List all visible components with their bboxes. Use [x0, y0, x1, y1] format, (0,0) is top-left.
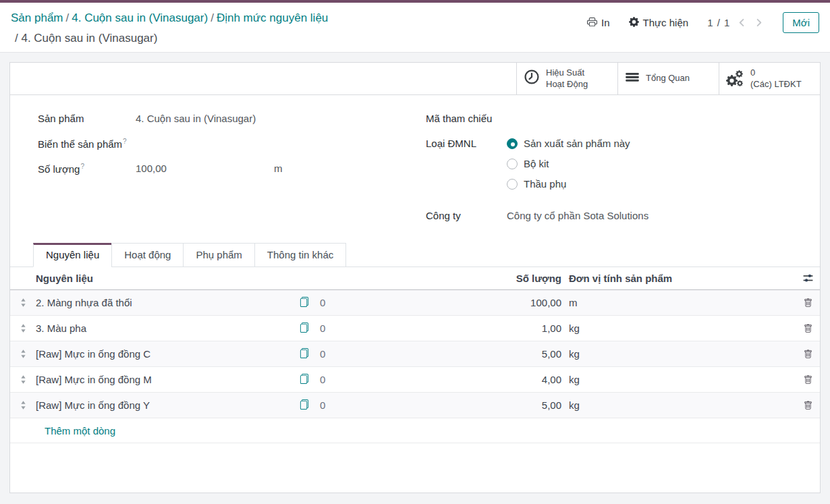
quantity-label: Số lượng?	[38, 163, 136, 175]
tab-byproducts[interactable]: Phụ phẩm	[183, 243, 254, 267]
header-component[interactable]: Nguyên liệu	[36, 273, 299, 284]
tab-components[interactable]: Nguyên liệu	[33, 243, 112, 267]
quantity-value[interactable]: 100,00	[136, 163, 274, 174]
drag-handle-icon[interactable]	[10, 400, 36, 410]
copy-pages-icon[interactable]	[299, 348, 309, 360]
table-row[interactable]: [Raw] Mực in ống đồng M 0 4,00 kg	[10, 367, 820, 393]
bom-type-option-kit[interactable]: Bộ kit	[507, 158, 630, 169]
table-row[interactable]: 2. Màng nhựa đã thổi 0 100,00 m	[10, 290, 820, 316]
form-sheet: Hiệu Suất Hoạt Động Tổng Quan 0 (Các) LT…	[9, 62, 821, 493]
overview-button[interactable]: Tổng Quan	[617, 63, 719, 94]
component-uom[interactable]: kg	[561, 399, 794, 411]
variant-label: Biến thể sản phẩm?	[38, 138, 136, 150]
tab-miscellaneous[interactable]: Thông tin khác	[254, 243, 346, 267]
copy-pages-icon[interactable]	[299, 297, 309, 309]
variant-help-marker: ?	[123, 138, 127, 145]
component-qty[interactable]: 1,00	[400, 323, 561, 334]
radio-unselected-icon[interactable]	[507, 179, 518, 190]
operation-count: 0	[320, 374, 325, 385]
component-uom[interactable]: m	[561, 297, 794, 308]
operation-performance-button[interactable]: Hiệu Suất Hoạt Động	[516, 63, 617, 94]
delete-row-icon[interactable]	[794, 324, 821, 333]
drag-handle-icon[interactable]	[10, 323, 36, 333]
delete-row-icon[interactable]	[794, 375, 821, 385]
operation-performance-label: Hiệu Suất Hoạt Động	[546, 67, 588, 90]
pager: 1 / 1	[707, 17, 764, 28]
copy-pages-icon[interactable]	[299, 323, 309, 335]
component-name[interactable]: 3. Màu pha	[36, 323, 299, 334]
delete-row-icon[interactable]	[794, 401, 821, 410]
new-button[interactable]: Mới	[783, 12, 819, 33]
operation-count: 0	[320, 348, 325, 360]
component-qty[interactable]: 100,00	[400, 297, 561, 308]
drag-handle-icon[interactable]	[10, 374, 36, 385]
header-quantity[interactable]: Số lượng	[400, 273, 561, 284]
pager-previous-icon[interactable]	[737, 18, 747, 28]
print-label: In	[601, 17, 610, 28]
printer-icon	[587, 17, 597, 29]
bom-type-option-subcontract[interactable]: Thầu phụ	[507, 178, 630, 190]
radio-unselected-icon[interactable]	[507, 159, 518, 169]
copy-pages-icon[interactable]	[299, 399, 309, 412]
clock-icon	[524, 69, 540, 88]
table-row[interactable]: [Raw] Mực in ống đồng C 0 5,00 kg	[10, 341, 820, 367]
company-label: Công ty	[426, 210, 507, 221]
table-row[interactable]: 3. Màu pha 0 1,00 kg	[10, 316, 820, 341]
components-table: Nguyên liệu Số lượng Đơn vị tính sản phẩ…	[10, 267, 820, 443]
operation-count: 0	[320, 297, 325, 308]
component-uom[interactable]: kg	[561, 348, 794, 360]
breadcrumb-link-bom[interactable]: Định mức nguyên liệu	[217, 11, 328, 24]
header-uom[interactable]: Đơn vị tính sản phẩm	[561, 273, 794, 284]
pager-next-icon[interactable]	[754, 18, 764, 28]
component-qty[interactable]: 4,00	[400, 374, 561, 385]
page-content: Hiệu Suất Hoạt Động Tổng Quan 0 (Các) LT…	[0, 53, 830, 504]
bom-type-option-manufacture[interactable]: Sản xuất sản phẩm này	[507, 138, 630, 149]
components-table-header: Nguyên liệu Số lượng Đơn vị tính sản phẩ…	[10, 267, 820, 290]
optional-columns-icon[interactable]	[794, 273, 821, 284]
product-value[interactable]: 4. Cuộn sau in (Vinasugar)	[136, 113, 256, 124]
delete-row-icon[interactable]	[794, 298, 821, 308]
quantity-help-marker: ?	[80, 163, 84, 170]
bom-type-label: Loại ĐMNL	[426, 138, 507, 149]
component-uom[interactable]: kg	[561, 374, 794, 385]
product-label: Sản phẩm	[38, 113, 136, 124]
delete-row-icon[interactable]	[794, 349, 821, 359]
add-line-row: Thêm một dòng	[10, 418, 820, 443]
breadcrumb-link-product[interactable]: 4. Cuộn sau in (Vinasugar)	[72, 11, 208, 24]
company-value[interactable]: Công ty cổ phần Sota Solutions	[507, 210, 648, 221]
drag-handle-icon[interactable]	[10, 349, 36, 359]
bars-icon	[625, 70, 640, 86]
eco-count-label: 0 (Các) LTĐKT	[750, 67, 802, 90]
component-uom[interactable]: kg	[561, 323, 794, 334]
breadcrumb-line-1: Sản phẩm/4. Cuộn sau in (Vinasugar)/Định…	[11, 8, 328, 28]
control-panel-actions: In Thực hiện 1 / 1 Mới	[587, 7, 819, 33]
gear-icon	[629, 17, 639, 29]
action-menu-button[interactable]: Thực hiện	[629, 17, 689, 29]
pager-count: 1 / 1	[707, 17, 730, 28]
component-name[interactable]: 2. Màng nhựa đã thổi	[36, 297, 299, 308]
add-line-link[interactable]: Thêm một dòng	[45, 425, 115, 437]
tab-operations[interactable]: Hoạt động	[111, 243, 184, 267]
copy-pages-icon[interactable]	[299, 374, 309, 386]
component-qty[interactable]: 5,00	[400, 348, 561, 360]
notebook-tabs: Nguyên liệu Hoạt động Phụ phẩm Thông tin…	[10, 243, 820, 267]
component-qty[interactable]: 5,00	[400, 399, 561, 411]
quantity-unit[interactable]: m	[274, 163, 283, 174]
breadcrumb-separator: /	[63, 11, 72, 24]
component-name[interactable]: [Raw] Mực in ống đồng M	[36, 374, 299, 385]
breadcrumb-link-products[interactable]: Sản phẩm	[11, 11, 63, 24]
drag-handle-icon[interactable]	[10, 298, 36, 308]
print-button[interactable]: In	[587, 17, 610, 29]
control-panel: Sản phẩm/4. Cuộn sau in (Vinasugar)/Định…	[0, 3, 830, 53]
breadcrumb: Sản phẩm/4. Cuộn sau in (Vinasugar)/Định…	[11, 7, 328, 49]
reference-label: Mã tham chiếu	[426, 113, 507, 124]
component-name[interactable]: [Raw] Mực in ống đồng C	[36, 348, 299, 360]
table-row[interactable]: [Raw] Mực in ống đồng Y 0 5,00 kg	[10, 393, 820, 418]
eco-count-button[interactable]: 0 (Các) LTĐKT	[719, 63, 820, 94]
breadcrumb-separator: /	[208, 11, 217, 24]
operation-count: 0	[320, 399, 325, 411]
form-fields: Sản phẩm 4. Cuộn sau in (Vinasugar) Biến…	[10, 95, 820, 235]
overview-label: Tổng Quan	[646, 73, 690, 84]
component-name[interactable]: [Raw] Mực in ống đồng Y	[36, 399, 299, 411]
radio-selected-icon[interactable]	[507, 138, 518, 149]
